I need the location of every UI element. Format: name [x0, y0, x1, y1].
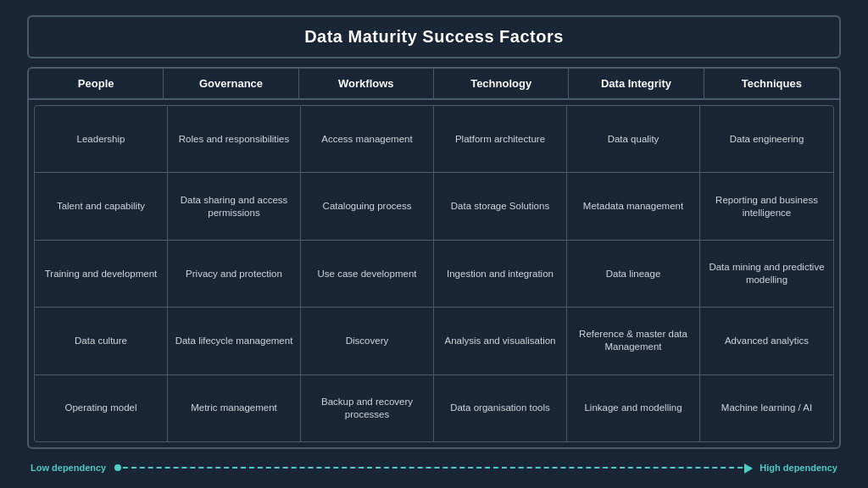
- data-cell-1-2: Cataloguing process: [301, 173, 434, 239]
- data-cell-0-2: Access management: [301, 106, 434, 172]
- dependency-arrow: [114, 467, 751, 469]
- data-cell-2-1: Privacy and protection: [168, 241, 301, 307]
- data-cell-0-3: Platform architecture: [434, 106, 567, 172]
- title-box: Data Maturity Success Factors: [27, 15, 841, 58]
- arrow-line-inner: [114, 467, 751, 469]
- table-row: Talent and capabilityData sharing and ac…: [35, 173, 833, 240]
- data-cell-3-5: Advanced analytics: [700, 308, 833, 374]
- header-cell-4: Data Integrity: [569, 69, 704, 98]
- arrow-head: [744, 463, 753, 474]
- table-row: Training and developmentPrivacy and prot…: [35, 241, 833, 308]
- data-cell-1-5: Reporting and business intelligence: [700, 173, 833, 239]
- data-cell-2-4: Data lineage: [567, 241, 700, 307]
- data-cell-4-5: Machine learning / AI: [700, 375, 833, 441]
- data-cell-4-3: Data organisation tools: [434, 375, 567, 441]
- data-cell-2-3: Ingestion and integration: [434, 241, 567, 307]
- body-section: LeadershipRoles and responsibilitiesAcce…: [34, 105, 834, 442]
- header-cell-0: People: [29, 69, 164, 98]
- header-cell-1: Governance: [164, 69, 298, 98]
- main-container: Data Maturity Success Factors PeopleGove…: [27, 15, 841, 473]
- data-cell-4-1: Metric management: [168, 375, 301, 441]
- table-row: LeadershipRoles and responsibilitiesAcce…: [35, 106, 833, 173]
- data-cell-2-2: Use case development: [301, 241, 434, 307]
- data-cell-3-2: Discovery: [301, 308, 434, 374]
- data-cell-2-0: Training and development: [35, 241, 168, 307]
- high-dependency-label: High dependency: [760, 463, 837, 473]
- header-cell-3: Technology: [434, 69, 569, 98]
- data-cell-1-1: Data sharing and access permissions: [168, 173, 301, 239]
- header-row: PeopleGovernanceWorkflowsTechnologyData …: [29, 69, 839, 100]
- data-cell-3-4: Reference & master data Management: [567, 308, 700, 374]
- low-dependency-label: Low dependency: [31, 463, 106, 473]
- footer-row: Low dependency High dependency: [27, 458, 841, 473]
- page-title: Data Maturity Success Factors: [304, 27, 564, 46]
- arrow-dot: [114, 464, 121, 471]
- table-wrapper: PeopleGovernanceWorkflowsTechnologyData …: [27, 67, 841, 449]
- data-cell-2-5: Data mining and predictive modelling: [700, 241, 833, 307]
- data-cell-1-0: Talent and capability: [35, 173, 168, 239]
- header-cell-2: Workflows: [299, 69, 434, 98]
- data-cell-1-3: Data storage Solutions: [434, 173, 567, 239]
- data-cell-3-1: Data lifecycle management: [168, 308, 301, 374]
- data-cell-0-4: Data quality: [567, 106, 700, 172]
- header-cell-5: Techniques: [704, 69, 839, 98]
- data-cell-4-0: Operating model: [35, 375, 168, 441]
- data-cell-4-4: Linkage and modelling: [567, 375, 700, 441]
- data-cell-1-4: Metadata management: [567, 173, 700, 239]
- data-cell-0-0: Leadership: [35, 106, 168, 172]
- data-cell-3-3: Analysis and visualisation: [434, 308, 567, 374]
- table-row: Operating modelMetric managementBackup a…: [35, 375, 833, 441]
- table-row: Data cultureData lifecycle managementDis…: [35, 308, 833, 374]
- data-cell-4-2: Backup and recovery processes: [301, 375, 434, 441]
- data-cell-3-0: Data culture: [35, 308, 168, 374]
- data-cell-0-1: Roles and responsibilities: [168, 106, 301, 172]
- data-cell-0-5: Data engineering: [700, 106, 833, 172]
